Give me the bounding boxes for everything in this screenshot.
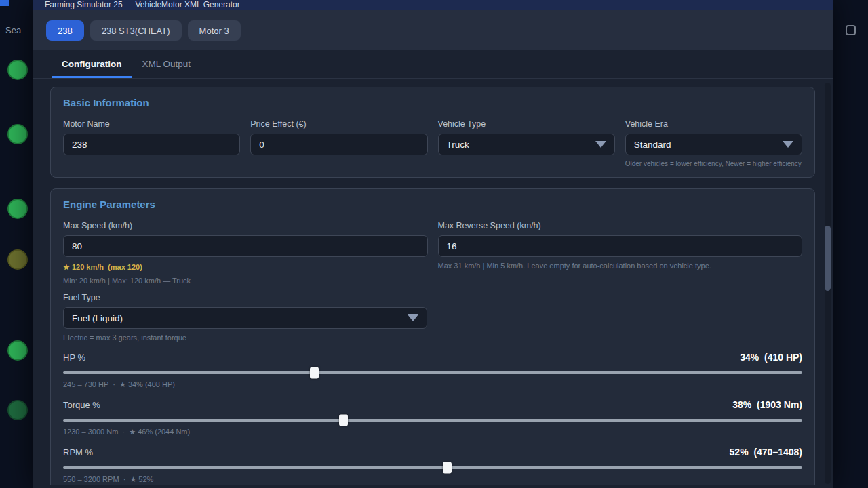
- engine-parameters-title: Engine Parameters: [63, 199, 802, 210]
- torque-slider[interactable]: [63, 419, 802, 422]
- motor-tab-motor-3[interactable]: Motor 3: [188, 20, 241, 41]
- motor-name-label: Motor Name: [63, 119, 240, 129]
- max-reverse-speed-label: Max Reverse Speed (km/h): [438, 221, 803, 230]
- vehicle-type-value: Truck: [447, 140, 469, 150]
- vehicle-type-field: Vehicle Type Truck: [438, 119, 615, 167]
- max-reverse-speed-hint: Max 31 km/h | Min 5 km/h. Leave empty fo…: [438, 262, 803, 270]
- engine-parameters-card: Engine Parameters Max Speed (km/h) ★ 120…: [50, 188, 815, 485]
- basic-information-card: Basic Information Motor Name Price Effec…: [50, 87, 815, 178]
- background-avatar-icon: [7, 60, 28, 80]
- hp-slider-thumb[interactable]: [310, 367, 319, 379]
- fuel-type-field: Fuel Type Fuel (Liquid) Electric = max 3…: [63, 293, 427, 342]
- price-effect-field: Price Effect (€): [250, 119, 427, 167]
- rpm-slider-block: RPM % 52% (470–1408) 550 – 3200 RPM · ★ …: [63, 447, 802, 484]
- background-avatar-icon: [7, 199, 28, 219]
- vehicle-era-label: Vehicle Era: [625, 119, 802, 129]
- basic-information-title: Basic Information: [63, 97, 802, 108]
- torque-slider-block: Torque % 38% (1903 Nm) 1230 – 3000 Nm · …: [63, 399, 802, 436]
- background-avatar-icon: [7, 400, 28, 420]
- configuration-panel: Basic Information Motor Name Price Effec…: [33, 79, 833, 485]
- vehicle-era-value: Standard: [634, 140, 671, 150]
- rpm-slider-label: RPM %: [63, 447, 93, 458]
- hp-slider-value: 34% (410 HP): [740, 352, 802, 363]
- motor-tabs-row: 238 238 ST3(CHEAT) Motor 3: [33, 10, 833, 50]
- modal-scrollbar[interactable]: [825, 83, 831, 484]
- max-speed-hint: Min: 20 km/h | Max: 120 km/h — Truck: [63, 277, 428, 285]
- price-effect-label: Price Effect (€): [250, 119, 427, 129]
- view-tabs-row: Configuration XML Output: [33, 50, 833, 79]
- vehicle-type-select[interactable]: Truck: [438, 134, 615, 155]
- chevron-down-icon: [783, 141, 793, 148]
- background-avatar-icon: [7, 340, 28, 361]
- fuel-type-hint: Electric = max 3 gears, instant torque: [63, 333, 427, 342]
- motor-name-field: Motor Name: [63, 119, 240, 167]
- torque-slider-hint: 1230 – 3000 Nm · ★ 46% (2044 Nm): [63, 428, 802, 436]
- background-header-fragment: [0, 0, 9, 6]
- chevron-down-icon: [408, 314, 418, 321]
- fuel-type-label: Fuel Type: [63, 293, 427, 302]
- motor-name-input[interactable]: [63, 134, 240, 155]
- tab-xml-output[interactable]: XML Output: [132, 50, 201, 78]
- rpm-slider-thumb[interactable]: [443, 462, 452, 474]
- vehiclemotor-generator-modal: Farming Simulator 25 — VehicleMotor XML …: [33, 0, 833, 488]
- rpm-slider-value: 52% (470–1408): [730, 447, 802, 458]
- chevron-down-icon: [595, 141, 606, 148]
- fuel-type-value: Fuel (Liquid): [72, 313, 123, 323]
- vehicle-era-field: Vehicle Era Standard Older vehicles = lo…: [625, 119, 802, 167]
- rpm-slider[interactable]: [63, 466, 802, 469]
- torque-slider-value: 38% (1903 Nm): [732, 399, 802, 410]
- motor-tab-238[interactable]: 238: [46, 20, 84, 41]
- max-speed-input[interactable]: [63, 235, 428, 257]
- background-search-label: Sea: [5, 25, 21, 35]
- max-speed-star-hint: ★ 120 km/h (max 120): [63, 263, 428, 272]
- vehicle-era-hint: Older vehicles = lower efficiency, Newer…: [625, 160, 802, 167]
- torque-slider-label: Torque %: [63, 400, 100, 410]
- modal-title: Farming Simulator 25 — VehicleMotor XML …: [45, 0, 240, 9]
- price-effect-input[interactable]: [250, 134, 427, 155]
- hp-slider-hint: 245 – 730 HP · ★ 34% (408 HP): [63, 380, 802, 389]
- background-avatar-icon: [7, 249, 28, 270]
- hp-slider-block: HP % 34% (410 HP) 245 – 730 HP · ★ 34% (…: [63, 352, 802, 389]
- max-reverse-speed-input[interactable]: [438, 235, 803, 257]
- max-speed-field: Max Speed (km/h) ★ 120 km/h (max 120) Mi…: [63, 221, 428, 285]
- background-avatar-icon: [7, 124, 28, 144]
- modal-scrollbar-thumb[interactable]: [825, 226, 831, 291]
- max-speed-label: Max Speed (km/h): [63, 221, 428, 230]
- rpm-slider-hint: 550 – 3200 RPM · ★ 52%: [63, 475, 802, 484]
- hp-slider[interactable]: [63, 371, 802, 374]
- tab-configuration[interactable]: Configuration: [52, 50, 132, 78]
- torque-slider-thumb[interactable]: [339, 415, 348, 426]
- background-small-icon[interactable]: [846, 25, 856, 35]
- vehicle-era-select[interactable]: Standard: [625, 134, 802, 155]
- max-reverse-speed-field: Max Reverse Speed (km/h) Max 31 km/h | M…: [438, 221, 803, 285]
- vehicle-type-label: Vehicle Type: [438, 119, 615, 129]
- hp-slider-label: HP %: [63, 352, 85, 363]
- fuel-type-select[interactable]: Fuel (Liquid): [63, 307, 427, 329]
- motor-tab-238-st3-cheat[interactable]: 238 ST3(CHEAT): [90, 20, 182, 41]
- modal-titlebar: Farming Simulator 25 — VehicleMotor XML …: [33, 0, 833, 10]
